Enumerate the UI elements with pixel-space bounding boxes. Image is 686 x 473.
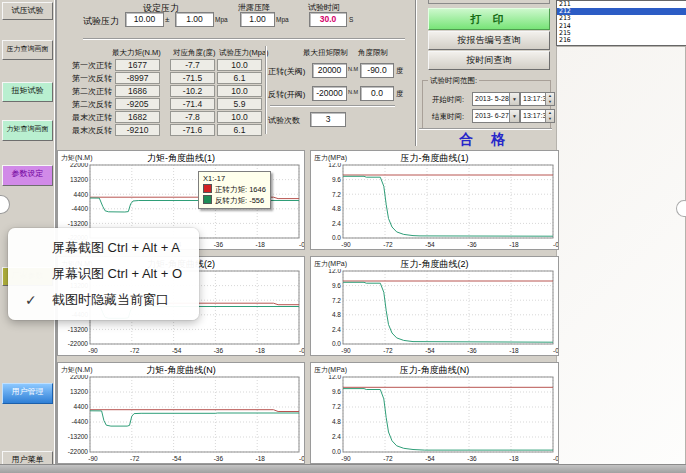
test-count-input[interactable]: 3 (310, 112, 346, 127)
result-row-label: 最末次正转 (60, 112, 112, 123)
print-button[interactable]: 打 印 (428, 8, 550, 30)
query-by-report-button[interactable]: 按报告编号查询 (428, 31, 550, 50)
chart-plot: 12.09.67.24.82.40.0-90-72-54-36-18-0 (311, 163, 558, 249)
test-pressure-input[interactable]: 10.00 (125, 12, 164, 27)
spinner-arrows-icon[interactable]: ▲▼ (545, 110, 554, 122)
sidebar-item-pressure-query[interactable]: 压力查询画面 (2, 40, 53, 60)
chart-plot: 12.09.67.24.82.40.0-90-72-54-36-18-0 (311, 375, 558, 463)
sidebar-item-parameter-settings[interactable]: 参数设定 (2, 165, 53, 186)
test-time-input[interactable]: 30.0 (309, 12, 347, 27)
report-list-item[interactable]: 211 (557, 1, 686, 8)
right-edge-handle[interactable] (676, 200, 686, 217)
forward-angle-limit-input[interactable]: -90.0 (360, 63, 394, 78)
svg-text:-72: -72 (130, 455, 140, 462)
leak-drop-input[interactable]: 1.00 (240, 12, 275, 27)
result-row-label: 第一次反转 (60, 73, 112, 84)
svg-text:0.0: 0.0 (332, 448, 341, 455)
svg-text:4400: 4400 (74, 191, 89, 198)
result-value: -7.8 (170, 111, 215, 123)
svg-text:-0: -0 (553, 241, 558, 248)
result-value: -8997 (115, 72, 160, 84)
sidebar-collapse-handle[interactable] (0, 195, 10, 214)
verdict-panel: 合 格 (419, 128, 552, 149)
end-date-picker[interactable]: 2013- 6-27 ▼ (472, 109, 520, 123)
svg-text:13200: 13200 (70, 176, 88, 183)
spinner-arrows-icon[interactable]: ▲▼ (545, 93, 554, 105)
svg-text:-90: -90 (341, 347, 351, 354)
legend-cursor-value: X1:-17 (203, 174, 266, 184)
sidebar-item-torque-query[interactable]: 力矩查询画面 (2, 120, 53, 141)
window-bottom-edge (0, 464, 686, 473)
legend-swatch (203, 195, 212, 204)
angle-limit-header: 角度限制 (358, 48, 388, 58)
svg-text:-90: -90 (341, 241, 351, 248)
result-value: -71.6 (170, 124, 215, 136)
query-panel: 打 印 按报告编号查询 按时间查询 试验时间范围: 开始时间: 2013- 5-… (419, 0, 554, 148)
reverse-torque-limit-input[interactable]: -20000 (312, 86, 347, 101)
end-time-label: 结束时间: (432, 112, 464, 122)
result-row-label: 第二次反转 (60, 99, 112, 110)
sidebar-item-pressure-test[interactable]: 试压试验 (2, 2, 53, 20)
pressure-angle-chart-n: 压力(MPa)压力-角度曲线(N) 12.09.67.24.82.40.0-90… (310, 362, 559, 464)
result-row-label: 第一次正转 (60, 60, 112, 71)
settings-panel: 设定压力 试验压力 10.00 ± 1.00 Mpa 泄露压降 1.00 Mpa… (57, 0, 416, 146)
clipped-button-stub[interactable] (428, 0, 550, 4)
svg-text:2.4: 2.4 (332, 326, 341, 333)
svg-text:-54: -54 (425, 241, 435, 248)
end-time-spinner[interactable]: 13:17:35 ▲▼ (520, 109, 555, 123)
svg-text:-13200: -13200 (68, 433, 89, 440)
report-list-item[interactable]: 212 (557, 8, 686, 15)
test-pressure-label: 试验压力 (83, 15, 119, 28)
result-value: 1686 (115, 85, 160, 97)
start-date-value: 2013- 5-28 (473, 93, 509, 105)
pressure-tolerance-input[interactable]: 1.00 (175, 12, 214, 27)
svg-text:9.6: 9.6 (332, 282, 341, 289)
count-divider (270, 105, 395, 106)
legend-entry: 正转力矩: 1646 (203, 184, 266, 195)
pressure-angle-chart-2: 压力(MPa)压力-角度曲线(2) 12.09.67.24.82.40.0-90… (310, 256, 559, 356)
svg-text:-72: -72 (383, 241, 393, 248)
result-value: 10.0 (217, 85, 262, 97)
svg-text:-72: -72 (383, 455, 393, 462)
start-date-picker[interactable]: 2013- 5-28 ▼ (472, 92, 520, 106)
pressure-angle-chart-1: 压力(MPa)压力-角度曲线(1) 12.09.67.24.82.40.0-90… (310, 150, 559, 250)
report-number-list[interactable]: 211212213214215216 (556, 0, 686, 46)
result-value: -10.2 (170, 85, 215, 97)
svg-text:-72: -72 (130, 347, 140, 354)
report-list-item[interactable]: 213 (557, 15, 686, 22)
forward-torque-limit-input[interactable]: 20000 (312, 63, 347, 78)
menu-item-screen-ocr[interactable]: 屏幕识图 Ctrl + Alt + O (8, 261, 199, 287)
start-time-spinner[interactable]: 13:17:35 ▲▼ (520, 92, 555, 106)
degree-unit-label: 度 (396, 66, 403, 76)
test-count-label: 试验次数 (268, 115, 300, 126)
sidebar-item-user-management[interactable]: 用户管理 (2, 383, 53, 404)
time-range-groupbox: 试验时间范围: 开始时间: 2013- 5-28 ▼ 13:17:35 ▲▼ 结… (422, 80, 551, 129)
nm-unit-label2: N.M (348, 89, 358, 95)
sidebar-item-torque-test[interactable]: 扭矩试验 (2, 82, 53, 102)
svg-text:-22000: -22000 (68, 340, 89, 347)
svg-text:-18: -18 (255, 455, 265, 462)
query-by-time-button[interactable]: 按时间查询 (428, 51, 550, 70)
report-list-item[interactable]: 214 (557, 23, 686, 30)
menu-item-screen-capture[interactable]: 屏幕截图 Ctrl + Alt + A (8, 235, 199, 261)
nm-unit-label: N.M (348, 66, 358, 72)
svg-text:9.6: 9.6 (332, 176, 341, 183)
svg-text:-0: -0 (299, 241, 304, 248)
chevron-down-icon[interactable]: ▼ (509, 110, 519, 122)
reverse-angle-limit-input[interactable]: 0.0 (360, 86, 394, 101)
legend-entry: 反转力矩: -556 (203, 195, 266, 206)
result-row-label: 第二次正转 (60, 86, 112, 97)
svg-text:12.0: 12.0 (328, 163, 341, 168)
svg-text:-36: -36 (467, 241, 477, 248)
report-list-item[interactable]: 216 (557, 37, 686, 44)
report-list-item[interactable]: 215 (557, 30, 686, 37)
chart-legend: X1:-17正转力矩: 1646反转力矩: -556 (198, 171, 271, 209)
result-value: 5.9 (217, 98, 262, 110)
chevron-down-icon[interactable]: ▼ (509, 93, 519, 105)
svg-text:7.2: 7.2 (332, 297, 341, 304)
right-panel (556, 46, 686, 466)
verdict-text: 合 格 (459, 131, 512, 147)
menu-item-hide-window[interactable]: ✓截图时隐藏当前窗口 (8, 287, 199, 313)
svg-text:-54: -54 (425, 347, 435, 354)
pressure-header: 试验压力(Mpa) (219, 48, 269, 58)
